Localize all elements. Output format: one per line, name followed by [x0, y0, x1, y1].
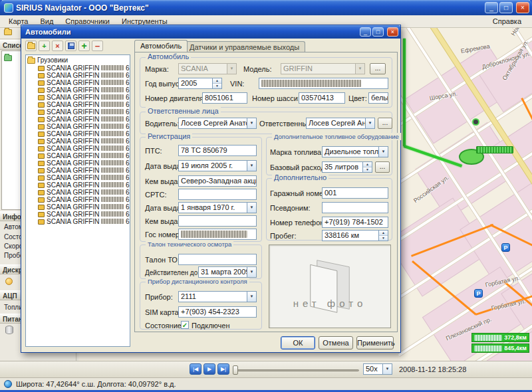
plate-masked [101, 175, 124, 180]
garage-input[interactable]: 001 [322, 187, 388, 199]
tree-item-vehicle[interactable]: SCANIA GRIFFIN 61rus [27, 72, 130, 79]
color-input[interactable]: белый [368, 92, 388, 104]
tree-item-vehicle[interactable]: SCANIA GRIFFIN 61rus [27, 145, 130, 152]
tree-item-vehicle[interactable]: SCANIA GRIFFIN 61rus [27, 79, 130, 86]
srts-issuer-input[interactable] [178, 215, 257, 227]
tree-item-vehicle[interactable]: SCANIA GRIFFIN 61rus [27, 130, 130, 138]
engine-input[interactable]: 8051061 [202, 92, 247, 104]
plate-masked [101, 182, 124, 187]
srts-date-picker[interactable]: 1 января 1970 г.▼ [178, 202, 257, 213]
tab-sensors[interactable]: Датчики и управляемые выходы [184, 41, 305, 52]
add-folder-icon[interactable] [25, 41, 37, 51]
year-spinner[interactable]: 2005 ▲▼ [178, 78, 222, 89]
fuel-browse-button[interactable]: ... [375, 161, 390, 173]
dialog-close-button[interactable]: × [387, 27, 398, 37]
spinner-arrows-icon[interactable]: ▲▼ [378, 231, 388, 241]
tree-item-vehicle[interactable]: SCANIA GRIFFIN 61rus [27, 152, 130, 159]
gos-number-input[interactable] [178, 229, 257, 240]
menu-item-help[interactable]: Справка [485, 16, 529, 27]
map-point-marker [472, 118, 479, 126]
badge-masked-prefix [474, 345, 502, 351]
valid-until-picker[interactable]: 31 марта 2009 г.▼ [198, 266, 257, 278]
cancel-button[interactable]: Отмена [319, 336, 353, 349]
maximize-button[interactable]: □ [499, 2, 513, 13]
window-title: SIRIUS Navigator - ООО "Вертекс" [16, 3, 485, 13]
tree-item-vehicle[interactable]: SCANIA GRIFFIN 61rus [27, 167, 130, 174]
plus-icon[interactable] [78, 41, 90, 51]
plate-masked [101, 116, 124, 122]
mileage-spinner[interactable]: 338166 км ▲▼ [322, 230, 388, 241]
timeline-slider-thumb[interactable] [233, 365, 238, 375]
tree-item-vehicle[interactable]: SCANIA GRIFFIN 61rus [27, 138, 130, 145]
close-button[interactable]: × [516, 2, 529, 13]
truck-icon [38, 175, 45, 181]
minimize-button[interactable]: _ [485, 2, 498, 13]
marka-combo: SCANIA▼ [178, 63, 237, 74]
vin-input[interactable] [259, 78, 388, 89]
tree-item-vehicle[interactable]: SCANIA GRIFFIN 61rus [27, 189, 130, 196]
device-label: Прибор: [145, 293, 173, 301]
pts-date-picker[interactable]: 19 июля 2005 г.▼ [178, 160, 257, 171]
tree-item-vehicle[interactable]: SCANIA GRIFFIN 61rus [27, 94, 130, 101]
tab-vehicle[interactable]: Автомобиль [134, 40, 188, 52]
step-back-button[interactable]: |◀ [190, 363, 201, 375]
tree-item-vehicle[interactable]: SCANIA GRIFFIN 61rus [27, 211, 130, 218]
plate-masked [101, 146, 124, 151]
parking-icon: P [474, 289, 483, 298]
tree-item-vehicle[interactable]: SCANIA GRIFFIN 61rus [27, 101, 130, 108]
spinner-arrows-icon[interactable]: ▲▼ [362, 162, 372, 172]
fuel-brand-combo[interactable]: Дизельное топливо▼ [322, 146, 388, 157]
chevron-down-icon: ▼ [378, 147, 388, 157]
dialog-titlebar: Автомобили _ □ × [21, 25, 400, 39]
tree-item-vehicle[interactable]: SCANIA GRIFFIN 61rus [27, 64, 130, 72]
vehicle-tree[interactable]: Грузовики SCANIA GRIFFIN 61rusSCANIA GRI… [25, 54, 130, 347]
srts-input[interactable] [178, 189, 257, 200]
tree-item-vehicle[interactable]: SCANIA GRIFFIN 61rus [27, 86, 130, 94]
step-forward-button[interactable]: ▶| [217, 363, 229, 375]
alias-input[interactable] [322, 202, 388, 213]
connected-checkbox[interactable]: ✓ [181, 321, 189, 329]
driver-combo[interactable]: Лосев Сергей Анатоль▼ [178, 118, 257, 129]
dialog-maximize-button[interactable]: □ [372, 27, 384, 37]
delete-icon[interactable] [52, 41, 63, 51]
truck-icon [38, 190, 45, 195]
tree-item-vehicle[interactable]: SCANIA GRIFFIN 61rus [27, 181, 130, 189]
chevron-down-icon: ▼ [247, 203, 256, 213]
pts-issuer-input[interactable]: Северо-Западная акционерная т [178, 175, 257, 187]
responsible-combo[interactable]: Лосев Сергей Анатоль▼ [306, 118, 375, 129]
tree-item-vehicle[interactable]: SCANIA GRIFFIN 61rus [27, 159, 130, 167]
play-button[interactable]: ▶ [203, 363, 215, 375]
tree-item-vehicle[interactable]: SCANIA GRIFFIN 61rus [27, 196, 130, 203]
pts-input[interactable]: 78 ТС 850679 [178, 145, 257, 156]
save-icon[interactable] [65, 41, 76, 51]
tree-item-vehicle[interactable]: SCANIA GRIFFIN 61rus [27, 203, 130, 211]
tree-root[interactable]: Грузовики [27, 56, 130, 64]
group-folder-icon [4, 55, 12, 61]
device-combo[interactable]: 2111▼ [178, 291, 257, 302]
sim-input[interactable]: +7(903) 454-2323 [178, 306, 257, 318]
tree-item-vehicle[interactable]: SCANIA GRIFFIN 61rus [27, 174, 130, 181]
tree-item-vehicle[interactable]: SCANIA GRIFFIN 61rus [27, 116, 130, 123]
ok-button[interactable]: ОК [281, 336, 315, 349]
plate-masked [101, 87, 124, 92]
fuel-rate-spinner[interactable]: 35 литров ▲▼ [322, 161, 372, 173]
spinner-arrows-icon[interactable]: ▲▼ [212, 78, 221, 88]
add-icon[interactable] [39, 41, 50, 51]
folder-icon[interactable] [4, 29, 12, 35]
phone-input[interactable]: +7(919) 784-1502 [322, 217, 388, 228]
tree-item-vehicle[interactable]: SCANIA GRIFFIN 61rus [27, 108, 130, 116]
timeline-slider[interactable] [234, 369, 359, 371]
tree-item-vehicle[interactable]: SCANIA GRIFFIN 61rus [27, 123, 130, 130]
tree-item-vehicle[interactable]: SCANIA GRIFFIN 61rus [27, 218, 130, 225]
speed-combo[interactable]: 50x▼ [363, 363, 392, 375]
chassis-input[interactable]: 03570413 [299, 92, 345, 104]
app-icon [4, 3, 13, 13]
dialog-minimize-button[interactable]: _ [360, 27, 371, 37]
responsible-browse-button[interactable]: ... [378, 118, 392, 129]
truck-icon [38, 139, 45, 144]
minus-icon[interactable] [92, 41, 103, 51]
model-browse-button[interactable]: ... [370, 63, 386, 74]
talon-input[interactable] [178, 254, 257, 265]
plate-masked [101, 131, 124, 136]
apply-button[interactable]: Применить [356, 336, 394, 349]
